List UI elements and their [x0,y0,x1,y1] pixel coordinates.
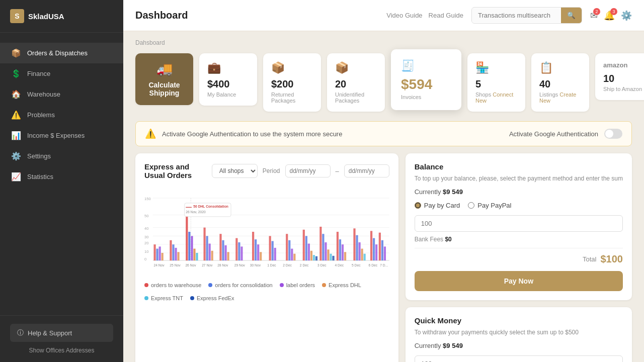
sidebar-item-orders[interactable]: 📦 Orders & Dispatches [0,43,123,63]
svg-text:25 Nov: 25 Nov [170,263,181,267]
svg-rect-47 [288,240,290,260]
messages-icon[interactable]: ✉ 2 [590,10,598,21]
svg-text:150: 150 [144,197,151,201]
create-new-link[interactable]: Create New [539,92,576,104]
listings-icon: 📋 [539,61,581,74]
invoices-icon: 🧾 [401,59,451,72]
listings-card: 📋 40 Listings Create New [531,53,589,112]
quick-money-panel: Quick Money To withdraw your payments qu… [406,307,632,362]
logo-text: SkladUSA [28,12,64,21]
sidebar-nav: 📦 Orders & Dispatches 💲 Finance 🏠 Wareho… [0,33,123,315]
help-label: Help & Support [28,329,72,337]
legend-dot [144,283,148,287]
listings-label: Listings Create New [539,92,581,104]
svg-rect-73 [375,244,377,260]
date-from-input[interactable] [285,164,331,177]
payment-method-group: Pay by Card Pay PayPal [415,202,623,209]
svg-rect-15 [156,249,158,260]
svg-rect-40 [255,239,257,260]
unidentified-value: 20 [335,78,377,90]
svg-rect-65 [344,252,346,260]
pay-by-card-option[interactable]: Pay by Card [415,202,460,209]
svg-text:5 Dec: 5 Dec [352,263,361,267]
svg-text:2 Dec: 2 Dec [283,263,292,267]
svg-rect-19 [172,244,174,260]
quick-money-sum-input[interactable] [415,355,623,362]
alert-text: Activate Google Authentication to use th… [162,130,503,138]
notifications-icon[interactable]: 🔔 3 [604,10,615,21]
logo-icon: S [10,9,24,23]
bottom-row: Express and Usual Orders All shops Perio… [135,153,632,362]
balance-sum-input[interactable] [415,215,623,232]
read-guide-link[interactable]: Read Guide [429,12,463,19]
svg-rect-36 [235,238,237,260]
svg-text:10: 10 [144,249,148,254]
chart-controls: All shops Period – [212,164,389,178]
returned-label: Returned Packages [271,92,313,104]
balance-panel-desc: To top up your balance, please, select t… [415,174,623,183]
pay-paypal-radio[interactable] [468,202,474,209]
right-panels: Balance To top up your balance, please, … [406,153,632,362]
date-separator: – [336,167,339,175]
help-support-button[interactable]: ⓘ Help & Support [10,324,113,342]
amazon-icon: amazon [603,61,644,69]
shops-value: 5 [475,78,517,90]
settings-icon[interactable]: ⚙️ [621,10,632,21]
show-offices-link[interactable]: Show Offices Addresses [10,347,113,354]
svg-rect-75 [381,240,383,260]
alert-bar: ⚠️ Activate Google Authentication to use… [135,121,632,146]
balance-icon: 💼 [207,61,249,74]
video-guide-link[interactable]: Video Guide [386,12,422,19]
svg-text:50 DHL Consolidation: 50 DHL Consolidation [193,205,228,208]
settings-label: Settings [27,152,51,160]
pay-now-button[interactable]: Pay Now [415,271,623,291]
legend-dot [322,283,326,287]
calculate-icon: 🚚 [156,61,173,77]
calculate-shipping-card[interactable]: 🚚 CalculateShipping [135,53,193,105]
returned-value: $200 [271,78,313,90]
svg-text:4 Dec: 4 Dec [335,263,344,267]
svg-rect-61 [332,256,334,260]
sidebar-item-statistics[interactable]: 📈 Statistics [0,166,123,187]
shop-select[interactable]: All shops [212,164,258,178]
legend-express-tnt: Express TNT [144,295,183,301]
pay-paypal-option[interactable]: Pay PayPal [468,202,511,209]
sidebar-item-income[interactable]: 📊 Income $ Expenses [0,125,123,146]
statistics-label: Statistics [27,173,53,180]
sidebar-item-settings[interactable]: ⚙️ Settings [0,146,123,166]
pay-by-card-radio[interactable] [415,202,421,209]
legend-dot [190,296,194,300]
shops-icon: 🏪 [475,61,517,74]
sidebar-item-finance[interactable]: 💲 Finance [0,63,123,84]
google-auth-toggle[interactable] [604,129,622,139]
breadcrumb: Dahsboard [135,39,632,46]
legend-label: Express DHL [329,282,361,288]
settings-icon: ⚙️ [11,151,21,161]
search-input[interactable] [472,8,561,23]
date-to-input[interactable] [344,164,389,177]
svg-rect-55 [315,256,317,260]
svg-rect-21 [177,252,179,260]
income-label: Income $ Expenses [27,132,85,139]
search-button[interactable]: 🔍 [561,8,582,23]
svg-rect-64 [342,244,344,260]
sidebar-item-problems[interactable]: ⚠️ Problems [0,105,123,125]
connect-new-link[interactable]: Connect New [475,92,513,104]
quick-money-current-value: $9 549 [443,342,463,349]
svg-rect-24 [191,236,193,260]
svg-rect-53 [310,251,312,260]
content-area: Dahsboard 🚚 CalculateShipping 💼 $400 My … [123,31,644,362]
svg-text:40: 40 [144,226,148,231]
balance-total-label: Total [583,255,596,263]
svg-text:1 Dec: 1 Dec [267,263,276,267]
alert-action[interactable]: Activate Google Authentication [509,130,598,138]
svg-rect-37 [238,242,240,260]
statistics-icon: 📈 [11,172,21,182]
svg-text:30 Nov: 30 Nov [250,263,261,267]
balance-panel: Balance To top up your balance, please, … [406,153,632,300]
finance-icon: 💲 [11,69,21,78]
svg-text:26 Nov, 2020: 26 Nov, 2020 [186,210,206,214]
quick-money-currently: Currently $9 549 [415,342,623,349]
sidebar-item-warehouse[interactable]: 🏠 Warehouse [0,84,123,105]
amazon-label: Ship to Amazon [603,86,644,92]
